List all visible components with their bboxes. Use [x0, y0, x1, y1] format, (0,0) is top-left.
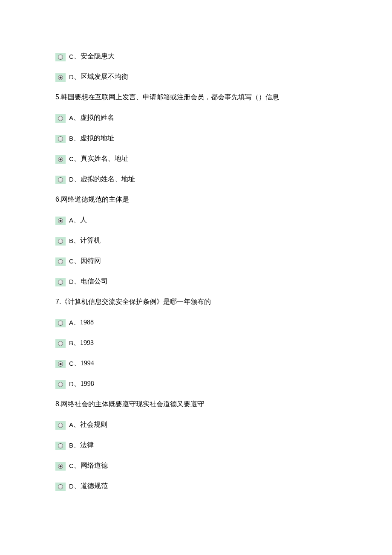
question-body: 网络社会的主体既要遵守现实社会道德又要遵守: [61, 400, 204, 408]
option-letter: D: [69, 72, 74, 82]
quiz-document: C、安全隐患大 D、区域发展不均衡 5.韩国要想在互联网上发言、申请邮箱或注册会…: [55, 51, 337, 491]
option-row: A、社会规则: [55, 419, 337, 430]
radio-button[interactable]: [55, 462, 66, 471]
option-letter: A: [69, 318, 73, 328]
option-text: 、网络道德: [74, 460, 108, 471]
radio-icon: [58, 341, 63, 346]
question-body: 《计算机信息交流安全保护条例》是哪一年颁布的: [61, 298, 211, 305]
option-row: A、1988: [55, 317, 337, 327]
radio-button[interactable]: [55, 217, 66, 225]
option-letter: A: [69, 113, 73, 123]
option-row: D、1998: [55, 379, 337, 389]
option-text: 、安全隐患大: [74, 51, 115, 61]
question-number: 8.: [55, 400, 61, 408]
radio-button[interactable]: [55, 155, 66, 164]
option-text: 、区域发展不均衡: [74, 72, 128, 82]
question-number: 7.: [55, 298, 61, 305]
option-letter: D: [69, 482, 74, 491]
question-6-block: 6.网络道德规范的主体是 A、人 B、计算机 C、因特网 D、电信公司: [55, 194, 337, 286]
radio-icon: [58, 239, 63, 244]
radio-icon: [58, 177, 63, 182]
radio-button[interactable]: [55, 339, 66, 348]
option-letter: A: [69, 420, 73, 430]
option-letter: B: [69, 236, 73, 246]
option-row: D、电信公司: [55, 276, 337, 286]
option-letter: C: [69, 52, 74, 62]
option-row: D、区域发展不均衡: [55, 72, 337, 82]
option-letter: D: [69, 277, 74, 287]
option-text: 、计算机: [73, 235, 101, 246]
option-letter: D: [69, 175, 74, 185]
option-letter: C: [69, 257, 74, 266]
radio-button[interactable]: [55, 73, 66, 82]
radio-button[interactable]: [55, 360, 66, 368]
radio-button[interactable]: [55, 421, 66, 430]
option-text: 、真实姓名、地址: [74, 153, 128, 164]
radio-icon: [58, 464, 63, 469]
option-row: C、网络道德: [55, 460, 337, 471]
question-text: 5.韩国要想在互联网上发言、申请邮箱或注册会员，都会事先填写（）信息: [55, 92, 337, 102]
radio-icon: [58, 423, 63, 428]
question-number: 5.: [55, 93, 61, 101]
option-text: 、社会规则: [73, 419, 107, 430]
question-body: 网络道德规范的主体是: [61, 196, 129, 203]
option-row: A、虚拟的姓名: [55, 113, 337, 123]
radio-button[interactable]: [55, 237, 66, 246]
option-row: B、计算机: [55, 235, 337, 246]
question-5-block: 5.韩国要想在互联网上发言、申请邮箱或注册会员，都会事先填写（）信息 A、虚拟的…: [55, 92, 337, 184]
question-body: 韩国要想在互联网上发言、申请邮箱或注册会员，都会事先填写（）信息: [61, 93, 279, 101]
radio-button[interactable]: [55, 442, 66, 450]
option-row: A、人: [55, 215, 337, 225]
option-text: 、道德规范: [74, 481, 108, 491]
option-letter: B: [69, 134, 73, 144]
option-letter: B: [69, 441, 73, 451]
option-row: D、道德规范: [55, 481, 337, 491]
radio-icon: [58, 443, 63, 448]
radio-icon: [58, 218, 63, 223]
radio-button[interactable]: [55, 278, 66, 286]
radio-button[interactable]: [55, 135, 66, 143]
option-letter: B: [69, 338, 73, 348]
radio-icon: [58, 157, 63, 162]
radio-icon: [58, 259, 63, 264]
option-text: 、1993: [73, 338, 94, 348]
option-text: 、虚拟的地址: [73, 133, 114, 143]
question-8-block: 8.网络社会的主体既要遵守现实社会道德又要遵守 A、社会规则 B、法律 C、网络…: [55, 399, 337, 491]
option-letter: A: [69, 216, 73, 225]
option-text: 、1988: [73, 317, 94, 327]
option-row: B、法律: [55, 440, 337, 450]
option-text: 、虚拟的姓名: [73, 113, 114, 123]
option-row: B、虚拟的地址: [55, 133, 337, 143]
question-text: 7.《计算机信息交流安全保护条例》是哪一年颁布的: [55, 297, 337, 307]
radio-button[interactable]: [55, 319, 66, 327]
radio-icon: [58, 116, 63, 121]
option-text: 、人: [73, 215, 87, 225]
radio-button[interactable]: [55, 53, 66, 61]
question-text: 6.网络道德规范的主体是: [55, 194, 337, 205]
option-row: C、因特网: [55, 256, 337, 266]
option-row: B、1993: [55, 338, 337, 348]
radio-icon: [58, 75, 63, 80]
radio-icon: [58, 382, 63, 387]
option-letter: C: [69, 461, 74, 471]
question-number: 6.: [55, 196, 61, 203]
radio-button[interactable]: [55, 257, 66, 266]
question-partial-block: C、安全隐患大 D、区域发展不均衡: [55, 51, 337, 82]
option-row: C、1994: [55, 358, 337, 368]
radio-button[interactable]: [55, 380, 66, 389]
radio-icon: [58, 321, 63, 326]
option-text: 、1994: [74, 358, 94, 368]
option-text: 、因特网: [74, 256, 101, 266]
radio-button[interactable]: [55, 114, 66, 123]
option-letter: C: [69, 359, 74, 369]
radio-icon: [58, 55, 63, 60]
option-row: C、真实姓名、地址: [55, 153, 337, 164]
radio-button[interactable]: [55, 176, 66, 184]
radio-icon: [58, 136, 63, 142]
radio-icon: [58, 484, 63, 489]
option-row: C、安全隐患大: [55, 51, 337, 61]
option-row: D、虚拟的姓名、地址: [55, 174, 337, 184]
radio-button[interactable]: [55, 483, 66, 491]
option-text: 、法律: [73, 440, 94, 450]
option-text: 、1998: [74, 379, 94, 389]
